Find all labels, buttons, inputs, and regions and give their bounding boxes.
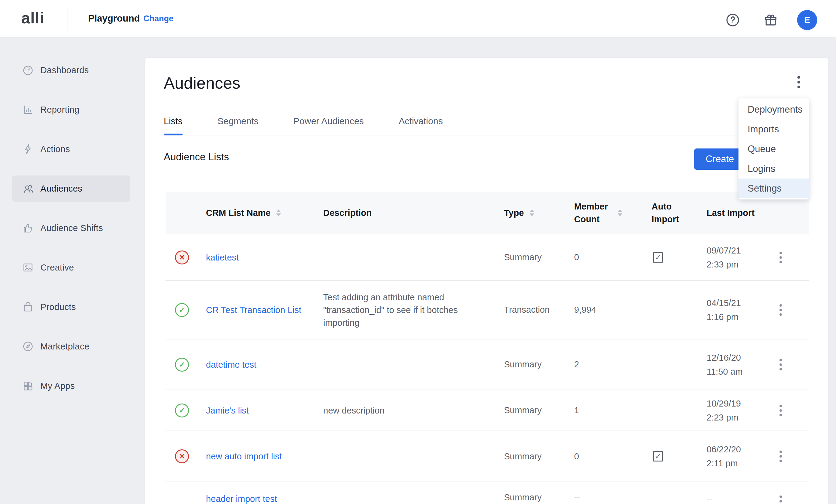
row-actions-kebab-icon[interactable] [777, 492, 785, 504]
column-header-crm-list-name[interactable]: CRM List Name [206, 208, 323, 218]
sidebar-item-creative[interactable]: Creative [12, 254, 130, 280]
list-type: Summary [504, 360, 574, 369]
list-type: Summary [504, 492, 574, 503]
sidebar-item-label: Audience Shifts [40, 223, 103, 233]
row-actions-kebab-icon[interactable] [777, 356, 785, 373]
menu-item-queue[interactable]: Queue [739, 139, 809, 159]
row-actions-kebab-icon[interactable] [777, 249, 785, 266]
audience-shifts-icon [22, 222, 34, 234]
row-actions-kebab-icon[interactable] [777, 402, 785, 419]
actions-icon [22, 143, 34, 155]
member-count: 0 [574, 252, 652, 262]
dashboard-icon [22, 64, 34, 76]
audiences-icon [22, 182, 34, 195]
table-header-row: CRM List Name Description Type Member Co… [166, 192, 809, 234]
app-logo[interactable]: alli [21, 9, 44, 27]
list-name-link[interactable]: CR Test Transaction List [206, 304, 301, 316]
row-actions-kebab-icon[interactable] [777, 447, 785, 465]
last-import: -- [707, 492, 774, 504]
list-name-link[interactable]: Jamie's list [206, 404, 249, 417]
list-name-link[interactable]: datetime test [206, 358, 256, 371]
column-header-auto-import: Auto Import [652, 200, 707, 226]
table-row: ✕ katietest Summary 0 ✓ 09/07/212:33 pm [166, 234, 809, 281]
column-header-type[interactable]: Type [504, 208, 574, 218]
status-icon: ✓ [175, 358, 189, 372]
sidebar-item-label: Creative [40, 263, 74, 273]
list-name-link[interactable]: katietest [206, 251, 239, 264]
list-type: Transaction [504, 305, 574, 315]
sort-icon[interactable] [618, 210, 623, 216]
gift-icon[interactable] [763, 13, 778, 27]
last-import: 09/07/212:33 pm [707, 244, 774, 271]
menu-item-logins[interactable]: Logins [739, 159, 809, 178]
list-type: Summary [504, 252, 574, 262]
sidebar-item-products[interactable]: Products [12, 294, 130, 320]
column-header-member-count[interactable]: Member Count [574, 200, 652, 226]
help-icon[interactable] [725, 13, 740, 27]
sidebar-item-label: Actions [40, 144, 70, 154]
auto-import-checkbox[interactable]: ✓ [653, 451, 663, 462]
auto-import-checkbox[interactable]: ✓ [653, 252, 663, 263]
page-title: Audiences [164, 74, 240, 92]
column-header-last-import: Last Import [707, 206, 774, 220]
sidebar-item-dashboards[interactable]: Dashboards [12, 57, 130, 83]
change-workspace-link[interactable]: Change [144, 14, 173, 23]
status-icon: ✓ [175, 404, 189, 418]
tab-lists[interactable]: Lists [164, 116, 183, 135]
member-count: 0 [574, 451, 652, 462]
sidebar-item-reporting[interactable]: Reporting [12, 97, 130, 123]
menu-item-settings[interactable]: Settings [739, 178, 809, 198]
member-count: -- [574, 492, 652, 503]
page-actions-kebab-icon[interactable] [792, 71, 805, 93]
member-count: 2 [574, 360, 652, 369]
status-icon: ✓ [175, 303, 189, 317]
tab-segments[interactable]: Segments [217, 116, 259, 135]
column-header-description: Description [323, 208, 504, 218]
menu-item-imports[interactable]: Imports [739, 119, 809, 139]
tab-activations[interactable]: Activations [399, 116, 443, 135]
audience-lists-table: CRM List Name Description Type Member Co… [166, 192, 809, 504]
reporting-icon [22, 103, 34, 116]
list-description: new description [323, 404, 385, 417]
tab-power-audiences[interactable]: Power Audiences [293, 116, 364, 135]
row-actions-kebab-icon[interactable] [777, 301, 785, 319]
sidebar-item-actions[interactable]: Actions [12, 136, 130, 162]
sidebar-item-marketplace[interactable]: Marketplace [12, 333, 130, 360]
user-avatar[interactable]: E [797, 10, 817, 30]
list-type: Summary [504, 451, 574, 462]
sidebar-item-label: Products [40, 302, 76, 312]
sidebar-item-audiences[interactable]: Audiences [12, 175, 130, 201]
sort-icon[interactable] [530, 210, 534, 216]
section-title: Audience Lists [164, 151, 229, 163]
sidebar-item-label: Reporting [40, 105, 79, 115]
products-icon [22, 301, 34, 313]
sidebar-item-my-apps[interactable]: My Apps [12, 373, 130, 399]
menu-item-deployments[interactable]: Deployments [739, 100, 809, 119]
last-import: 10/29/192:23 pm [707, 396, 774, 424]
last-import: 04/15/211:16 pm [707, 296, 774, 324]
list-name-link[interactable]: header import test [206, 492, 277, 504]
marketplace-icon [22, 340, 34, 352]
member-count: 1 [574, 405, 652, 415]
topbar-divider [67, 8, 68, 31]
table-row: ✓ CR Test Transaction List Test adding a… [166, 281, 809, 340]
list-name-link[interactable]: new auto import list [206, 450, 282, 463]
table-row: ✓ datetime test Summary 2 12/16/2011:50 … [166, 340, 809, 390]
workspace-name: Playground [88, 13, 140, 24]
audiences-panel: Audiences ListsSegmentsPower AudiencesAc… [145, 58, 829, 504]
sidebar: DashboardsReportingActionsAudiencesAudie… [0, 38, 132, 504]
sidebar-item-label: My Apps [40, 381, 75, 391]
my-apps-icon [22, 380, 34, 392]
sidebar-item-label: Audiences [40, 184, 82, 194]
sort-icon[interactable] [276, 210, 281, 216]
list-description: Test adding an attribute named "transact… [323, 291, 492, 329]
page-actions-menu: DeploymentsImportsQueueLoginsSettings [739, 98, 809, 199]
sidebar-item-audience-shifts[interactable]: Audience Shifts [12, 215, 130, 241]
last-import: 12/16/2011:50 am [707, 351, 774, 379]
sidebar-item-label: Marketplace [40, 342, 89, 352]
last-import: 06/22/202:11 pm [707, 442, 774, 470]
status-icon: ✕ [175, 251, 189, 265]
status-icon: ✕ [175, 449, 189, 463]
member-count: 9,994 [574, 305, 652, 315]
auto-import-cell: ✓ [652, 252, 707, 263]
